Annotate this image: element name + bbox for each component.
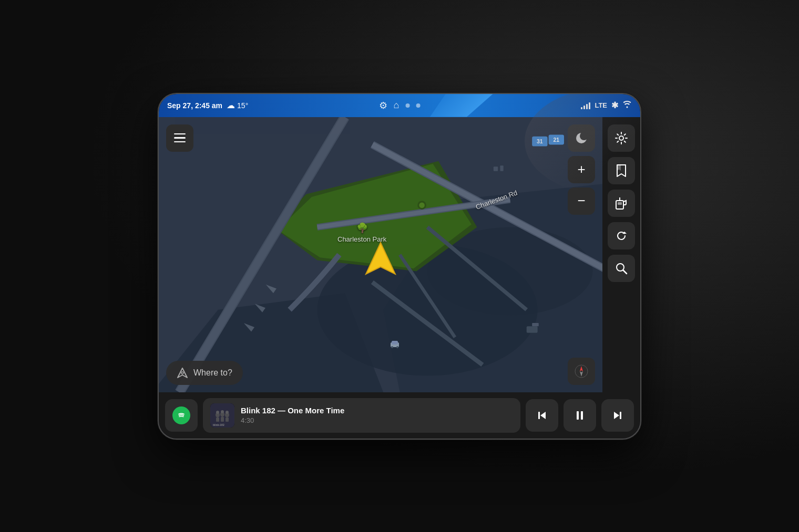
car-icon [390, 340, 400, 350]
svg-rect-43 [618, 202, 622, 205]
svg-point-41 [619, 136, 623, 140]
status-right: LTE ✱ [581, 100, 632, 110]
svg-rect-63 [577, 411, 579, 420]
svg-point-59 [226, 411, 229, 414]
screen: Sep 27, 2:45 am ☁ 15° ⚙ ⌂ LTE [159, 94, 640, 439]
svg-rect-29 [532, 322, 539, 326]
svg-text:31: 31 [537, 139, 543, 144]
sidebar-bookmarks-button[interactable] [608, 157, 635, 184]
wifi-icon [622, 101, 632, 110]
pause-button[interactable] [564, 399, 596, 432]
bluetooth-icon: ✱ [611, 100, 618, 110]
svg-point-56 [221, 410, 224, 413]
sidebar-fuel-button[interactable] [608, 190, 635, 217]
svg-point-33 [391, 346, 393, 348]
status-center: ⚙ ⌂ [379, 100, 421, 111]
device-frame: Sep 27, 2:45 am ☁ 15° ⚙ ⌂ LTE [158, 93, 641, 440]
svg-line-47 [623, 270, 627, 274]
status-time: Sep 27, 2:45 am [167, 101, 222, 110]
svg-point-27 [419, 202, 424, 207]
lte-label: LTE [595, 101, 607, 109]
sidebar-search-button[interactable] [608, 255, 635, 282]
where-to-button[interactable]: Where to? [166, 361, 243, 385]
previous-button[interactable] [526, 399, 558, 432]
home-icon[interactable]: ⌂ [394, 100, 400, 111]
dot-indicator-1 [405, 103, 409, 108]
svg-marker-30 [366, 243, 395, 274]
right-sidebar [602, 117, 640, 392]
svg-point-37 [181, 372, 183, 374]
next-button[interactable] [601, 399, 634, 432]
day-night-toggle-button[interactable] [568, 124, 595, 152]
cloud-icon: ☁ [227, 100, 235, 110]
settings-icon[interactable]: ⚙ [379, 100, 387, 111]
svg-rect-64 [581, 411, 583, 420]
svg-marker-61 [540, 412, 546, 419]
svg-point-34 [396, 346, 398, 348]
svg-point-36 [580, 132, 588, 140]
where-to-label: Where to? [193, 368, 232, 378]
dot-indicator-2 [416, 103, 420, 108]
svg-rect-55 [221, 417, 224, 422]
svg-rect-28 [527, 326, 538, 333]
svg-rect-24 [494, 166, 498, 171]
svg-rect-25 [500, 165, 503, 171]
status-bar: Sep 27, 2:45 am ☁ 15° ⚙ ⌂ LTE [159, 94, 640, 117]
svg-point-53 [216, 411, 219, 414]
spotify-icon [172, 406, 190, 424]
signal-bar-1 [581, 107, 582, 109]
navigation-icon [177, 367, 188, 379]
hamburger-lines [174, 133, 186, 143]
svg-point-48 [176, 410, 187, 421]
svg-rect-52 [216, 418, 219, 422]
signal-bar-3 [586, 104, 588, 109]
svg-text:21: 21 [553, 137, 559, 143]
svg-text:blink-182: blink-182 [213, 423, 224, 426]
svg-rect-66 [620, 412, 621, 419]
map-controls: + − [568, 124, 595, 215]
album-art: blink-182 [210, 403, 234, 427]
status-weather: ☁ 15° [227, 100, 248, 110]
svg-marker-65 [614, 412, 619, 419]
track-duration: 4:30 [241, 416, 344, 424]
music-bar: blink-182 Blink 182 — One More Time 4:30 [159, 392, 640, 439]
hamburger-menu-button[interactable] [166, 124, 193, 152]
status-left: Sep 27, 2:45 am ☁ 15° [167, 100, 581, 110]
sidebar-settings-button[interactable] [608, 124, 635, 152]
navigation-arrow [365, 242, 396, 278]
track-info-container: blink-182 Blink 182 — One More Time 4:30 [203, 398, 520, 433]
svg-rect-32 [392, 341, 398, 345]
hamburger-line-3 [174, 141, 186, 143]
track-details: Blink 182 — One More Time 4:30 [241, 406, 344, 424]
track-title: Blink 182 — One More Time [241, 406, 344, 415]
zoom-in-button[interactable]: + [568, 156, 595, 183]
main-content: 31 21 [159, 117, 640, 392]
charleston-park-label: 🌳 Charleston Park [337, 222, 386, 243]
compass-button[interactable] [568, 358, 595, 385]
svg-rect-62 [538, 412, 540, 419]
signal-bars [581, 102, 590, 109]
zoom-out-button[interactable]: − [568, 187, 595, 215]
hamburger-line-1 [174, 133, 186, 135]
hamburger-line-2 [174, 137, 186, 139]
signal-bar-4 [589, 102, 590, 109]
media-controls [526, 399, 634, 432]
spotify-button[interactable] [165, 399, 198, 432]
temperature: 15° [237, 101, 248, 110]
signal-bar-2 [583, 106, 585, 109]
svg-rect-58 [226, 418, 229, 422]
sidebar-refresh-button[interactable] [608, 222, 635, 249]
map-area: 31 21 [159, 117, 602, 392]
